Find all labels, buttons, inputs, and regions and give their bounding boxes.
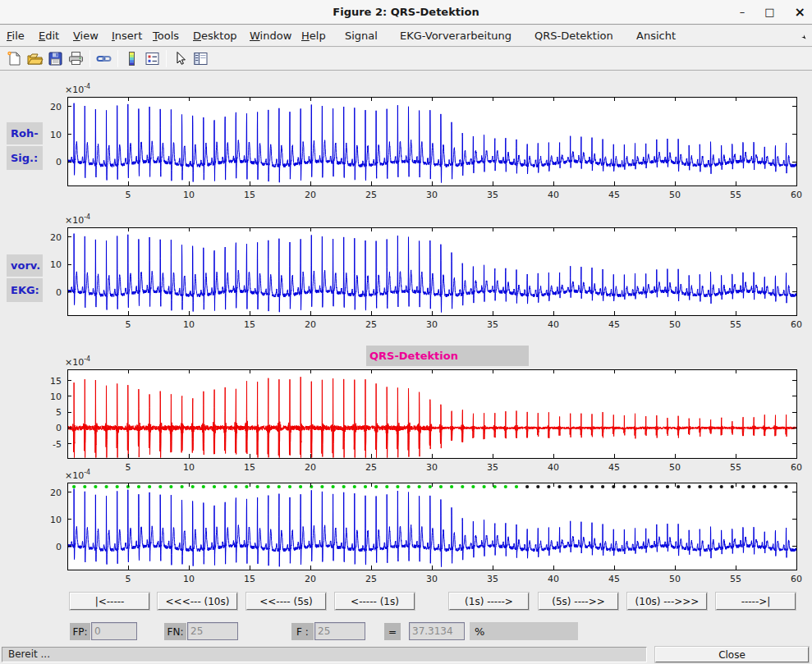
missed-beat-dot xyxy=(741,485,745,488)
detected-beat-dot xyxy=(169,485,172,488)
fn-input[interactable] xyxy=(187,622,238,640)
plot-browser-icon[interactable] xyxy=(190,49,211,69)
detected-beat-dot xyxy=(223,485,227,488)
percent-value-input[interactable] xyxy=(409,622,465,640)
fn-label: FN: xyxy=(164,623,186,640)
preprocessed-label-line1: vorv. xyxy=(7,254,43,277)
y-axis-exponent-label: ×10-4 xyxy=(65,213,90,226)
menu-desktop[interactable]: Desktop xyxy=(193,25,237,47)
forward-10s-button[interactable]: (10s) --->>> xyxy=(627,593,707,610)
svg-text:30: 30 xyxy=(426,462,438,473)
forward-1s-button[interactable]: (1s) -----> xyxy=(449,593,529,610)
detected-beat-dot xyxy=(320,485,323,488)
svg-text:50: 50 xyxy=(669,462,681,473)
detected-beat-dot xyxy=(158,485,162,488)
pointer-icon[interactable] xyxy=(170,49,190,69)
raw-signal-label-line2: Sig.: xyxy=(7,146,43,170)
svg-text:5: 5 xyxy=(56,407,62,418)
figure-window: Figure 2: QRS-Detektion – □ × FileEditVi… xyxy=(0,0,812,664)
detection-result-axes: 5101520253035404550556001020×10-4 xyxy=(50,469,802,584)
fp-label: FP: xyxy=(70,623,90,640)
save-figure-icon[interactable] xyxy=(45,49,66,69)
missed-beat-dot xyxy=(784,485,787,488)
close-window-button[interactable]: × xyxy=(795,0,805,25)
menu-ansicht[interactable]: Ansicht xyxy=(636,25,676,47)
colorbar-icon[interactable] xyxy=(122,49,142,69)
missed-beat-dot xyxy=(601,485,604,488)
menu-file[interactable]: File xyxy=(7,25,25,47)
percent-sign-label: % xyxy=(470,622,578,640)
svg-text:5: 5 xyxy=(126,462,131,473)
forward-5s-button[interactable]: (5s) ---->> xyxy=(539,593,618,610)
detected-beat-dot xyxy=(278,485,281,488)
svg-text:5: 5 xyxy=(126,319,131,330)
detected-beat-dot xyxy=(471,485,475,488)
detected-beat-dot xyxy=(83,485,86,488)
menu-overflow-arrow-icon[interactable] xyxy=(798,31,807,40)
detected-beat-dot xyxy=(493,485,497,488)
svg-text:20: 20 xyxy=(305,190,316,200)
detected-beat-dot xyxy=(256,485,259,488)
detected-beat-dot xyxy=(234,485,237,488)
print-icon[interactable] xyxy=(66,49,86,69)
svg-text:0: 0 xyxy=(56,157,62,167)
detected-beat-dot xyxy=(439,485,443,488)
svg-text:50: 50 xyxy=(669,574,681,584)
detected-beat-dot xyxy=(299,485,302,488)
new-figure-icon[interactable] xyxy=(4,49,25,69)
back-5s-button[interactable]: <<---- (5s) xyxy=(246,593,326,610)
plots-canvas: 5101520253035404550556001020×10-45101520… xyxy=(0,0,812,664)
detected-beat-dot xyxy=(137,485,140,488)
detected-beat-dot xyxy=(202,485,205,488)
svg-text:10: 10 xyxy=(183,462,195,473)
back-10s-button[interactable]: <<<--- (10s) xyxy=(158,593,237,610)
svg-text:60: 60 xyxy=(791,574,802,584)
detected-beat-dot xyxy=(483,485,486,488)
menu-signal[interactable]: Signal xyxy=(345,25,378,47)
missed-beat-dot xyxy=(709,485,712,488)
detected-beat-dot xyxy=(429,485,432,488)
missed-beat-dot xyxy=(525,485,529,488)
fp-input[interactable] xyxy=(91,622,137,640)
svg-text:25: 25 xyxy=(365,574,377,584)
detected-beat-dot xyxy=(213,485,216,488)
missed-beat-dot xyxy=(590,485,594,488)
beat-markers xyxy=(72,485,788,488)
svg-text:10: 10 xyxy=(50,259,62,270)
maximize-button[interactable]: □ xyxy=(764,0,774,25)
menu-ekg-vorverarbeitung[interactable]: EKG-Vorverarbeitung xyxy=(400,25,512,47)
svg-text:10: 10 xyxy=(50,515,62,525)
menu-help[interactable]: Help xyxy=(301,25,326,47)
missed-beat-dot xyxy=(773,485,777,488)
detected-beat-dot xyxy=(267,485,270,488)
preprocessed-label-line2: EKG: xyxy=(7,278,43,302)
menu-view[interactable]: View xyxy=(73,25,99,47)
jump-to-start-button[interactable]: |<----- xyxy=(70,593,149,610)
detected-beat-dot xyxy=(353,485,356,488)
missed-beat-dot xyxy=(536,485,539,488)
toolbar xyxy=(0,48,812,71)
legend-icon[interactable] xyxy=(142,49,163,69)
menu-window[interactable]: Window xyxy=(250,25,291,47)
back-1s-button[interactable]: <----- (1s) xyxy=(335,593,415,610)
svg-text:55: 55 xyxy=(730,190,741,200)
minimize-button[interactable]: – xyxy=(740,0,745,25)
detected-beat-dot xyxy=(310,485,313,488)
menu-insert[interactable]: Insert xyxy=(112,25,142,47)
jump-to-end-button[interactable]: ----->| xyxy=(716,593,796,610)
detected-beat-dot xyxy=(105,485,108,488)
detected-beat-dot xyxy=(332,485,335,488)
menu-tools[interactable]: Tools xyxy=(153,25,179,47)
svg-text:25: 25 xyxy=(365,319,377,330)
close-button[interactable]: Close xyxy=(655,647,809,662)
svg-text:45: 45 xyxy=(608,319,620,330)
link-plot-icon[interactable] xyxy=(94,49,114,69)
svg-text:10: 10 xyxy=(183,319,195,330)
f-input[interactable] xyxy=(314,622,365,640)
menu-edit[interactable]: Edit xyxy=(39,25,59,47)
equals-label: = xyxy=(384,623,401,640)
menu-qrs-detektion[interactable]: QRS-Detektion xyxy=(534,25,613,47)
qrs-filtered-line xyxy=(67,377,796,462)
open-file-icon[interactable] xyxy=(25,49,45,69)
preprocessed-ecg-line xyxy=(67,234,796,313)
